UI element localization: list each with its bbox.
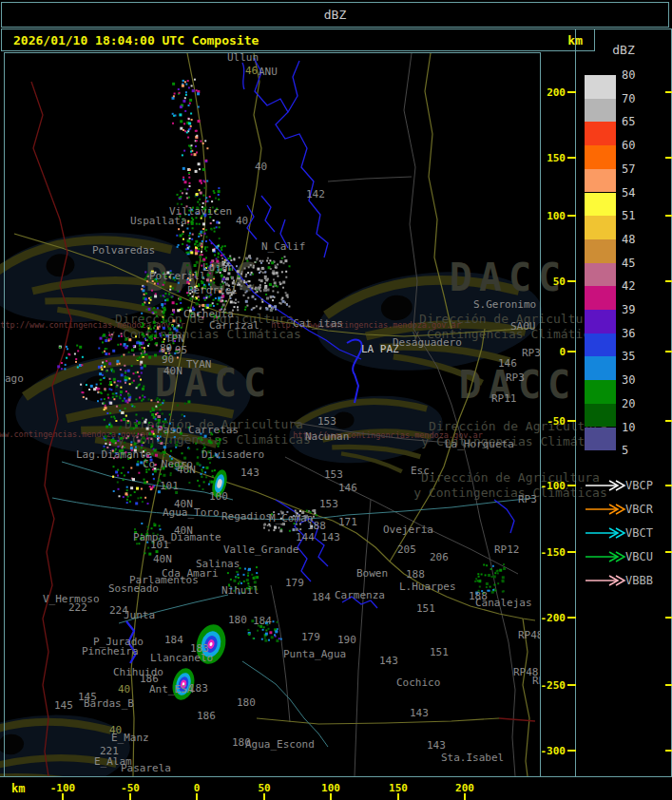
vector-arrow-icon (586, 504, 627, 515)
edge-tick-mark (665, 280, 672, 282)
edge-tick-mark (665, 551, 672, 553)
map-label: RP11 (491, 393, 517, 404)
edge-tick-mark (665, 485, 672, 486)
map-label: 190 (337, 635, 356, 645)
map-label: 95 (175, 345, 187, 355)
edge-tick-mark (665, 351, 672, 352)
map-label: SAOU (510, 321, 536, 332)
colorbar-block (585, 356, 616, 380)
y-tick-mark (567, 485, 576, 486)
map-label: Sta.Isabel (441, 752, 504, 763)
colorbar-tick-label: 48 (622, 234, 660, 245)
map-label: 184 (253, 616, 272, 626)
map-label: Regadios (221, 511, 272, 522)
map-label: 89 (160, 343, 172, 353)
colorbar-tick-label: 65 (622, 116, 660, 127)
colorbar-block (585, 193, 616, 217)
x-tick-mark (397, 793, 399, 800)
colorbar-block (585, 263, 616, 287)
map-label: 153 (319, 499, 338, 509)
map-label: 146 (498, 358, 517, 369)
y-tick-mark (567, 617, 576, 619)
map-label: Divisadero (202, 449, 264, 460)
legend-row: VBCU (576, 550, 671, 563)
map-label: Carrizal (209, 320, 259, 331)
map-label: 143 (321, 532, 340, 543)
colorbar-tick-label: 51 (622, 210, 660, 221)
map-label: Sosneado (108, 583, 159, 594)
map-label: 188 (307, 521, 326, 531)
map-label: 179 (301, 632, 320, 642)
map-label: Paso_Carretas (157, 425, 239, 435)
y-tick-label: -250 (526, 679, 566, 692)
map-label: 40 (236, 216, 248, 226)
map-label: Llancanelo (150, 653, 213, 663)
map-label: L.Huarpes (399, 581, 456, 592)
legend-label: VBCP (625, 480, 653, 491)
colorbar-tick-label: 36 (622, 328, 660, 339)
y-tick-label: 0 (526, 346, 566, 358)
colorbar-block (585, 169, 616, 193)
edge-tick-mark (665, 215, 672, 217)
map-label: 90 (162, 354, 174, 365)
map-label: 151 (430, 647, 449, 657)
x-axis-bar: km -100-50050100150200 (0, 776, 672, 800)
map-label: 146 (338, 483, 357, 493)
legend-label: VBCR (625, 504, 653, 515)
y-tick-mark (567, 280, 576, 282)
colorbar-block (585, 310, 616, 333)
colorbar-panel: dBZ 807065605754514845423936353020105 VB… (575, 29, 672, 793)
edge-tick-mark (665, 420, 672, 422)
y-tick-label: 200 (526, 86, 566, 99)
map-label: 144 (296, 532, 315, 543)
map-label: RP12 (494, 544, 520, 555)
map-label: 143 (240, 467, 259, 478)
colorbar-tick-label: 5 (622, 445, 660, 456)
map-label: TYAN (186, 359, 212, 370)
map-label: Punta_Agua (283, 649, 346, 659)
map-label: Pincheira (82, 646, 139, 657)
colorbar-tick-label: 10 (622, 422, 660, 433)
map-label: Valle_Grande (223, 544, 298, 555)
y-tick-mark (567, 157, 576, 159)
map-label: 171 (338, 517, 357, 527)
edge-tick-mark (665, 617, 672, 619)
vector-arrow-icon (586, 551, 627, 562)
y-tick-mark (567, 750, 576, 752)
colorbar-block (585, 333, 616, 357)
title-bar: dBZ (1, 2, 669, 28)
map-label: E_Manz (111, 733, 149, 743)
map-label: 46 (245, 66, 258, 76)
map-label: 184 (312, 592, 331, 602)
radar-app-window: DACCDirección de Agriculturay Contingenc… (0, 0, 672, 800)
map-label: 151 (416, 603, 435, 614)
map-label: 40N (153, 554, 172, 564)
map-label: Pasarela (121, 763, 171, 773)
map-label: RP3 (518, 494, 537, 505)
colorbar-block (585, 286, 616, 310)
x-tick-mark (129, 793, 131, 800)
map-label: ANU (259, 67, 278, 77)
map-label: 145 (54, 700, 73, 711)
map-label: Perdriel (187, 285, 238, 295)
timestamp: 2026/01/10 18:04:00 UTC Composite (13, 33, 259, 48)
map-label: 180 (228, 615, 247, 625)
map-label: Nacunan (305, 431, 349, 442)
map-label: Potrerill (149, 271, 206, 281)
map-label: 179 (285, 578, 304, 588)
y-tick-label: -50 (526, 415, 566, 428)
y-tick-label: -200 (526, 612, 566, 624)
map-label: 100 (209, 491, 228, 502)
colorbar-tick-label: 60 (622, 140, 660, 151)
colorbar-tick-label: 20 (622, 398, 660, 410)
edge-tick-mark (665, 91, 672, 93)
y-tick-mark (567, 351, 576, 352)
legend-row: VBBB (576, 574, 671, 587)
y-tick-label: -100 (526, 480, 566, 492)
colorbar-title: dBZ (576, 43, 671, 57)
colorbar-block (585, 75, 616, 99)
map-label: Ovejeria (383, 524, 433, 535)
map-label: N_Calif (261, 241, 305, 252)
map-label: La_Horqueta (445, 439, 514, 449)
map-label: 40N (177, 465, 196, 475)
